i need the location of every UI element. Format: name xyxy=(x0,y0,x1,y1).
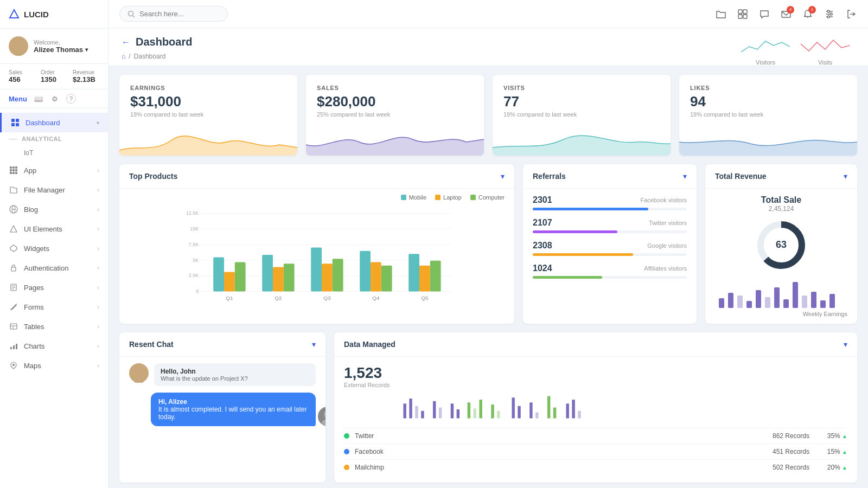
svg-rect-29 xyxy=(13,345,15,349)
svg-point-45 xyxy=(827,16,829,18)
sliders-icon[interactable] xyxy=(824,8,835,20)
dashboard-body: EARNINGS $31,000 19% compared to last we… xyxy=(108,66,868,488)
user-section: Welcome, Alizee Thomas ▾ xyxy=(0,29,108,64)
svg-rect-115 xyxy=(535,413,538,419)
total-revenue-dropdown[interactable]: ▾ xyxy=(844,172,847,181)
kpi-sales-sub: 25% compared to last week xyxy=(317,111,473,118)
svg-rect-94 xyxy=(829,294,835,308)
folder-icon[interactable] xyxy=(715,8,727,20)
kpi-visits-sub: 19% compared to last week xyxy=(503,111,660,118)
menu-tab[interactable]: Menu xyxy=(9,95,27,103)
sidebar-item-blog[interactable]: Blog ‹ xyxy=(0,200,108,219)
top-products-chart: Mobile Laptop Computer xyxy=(119,189,514,313)
svg-rect-12 xyxy=(15,169,17,171)
kpi-likes-label: LIKES xyxy=(690,85,846,91)
svg-rect-13 xyxy=(10,172,12,174)
sidebar: LUCID Welcome, Alizee Thomas ▾ Sales 456… xyxy=(0,0,108,488)
sidebar-item-ui-elements[interactable]: UI Elements ‹ xyxy=(0,219,108,239)
referral-list: 2301 Facebook visitors 2107 Twitter visi… xyxy=(523,189,697,285)
breadcrumb-home-icon[interactable]: ⌂ xyxy=(122,53,125,60)
weekly-earnings-chart xyxy=(715,277,847,309)
help-icon[interactable]: ? xyxy=(66,94,76,104)
search-box[interactable] xyxy=(119,6,228,22)
kpi-sales-value: $280,000 xyxy=(317,93,473,110)
authentication-icon xyxy=(9,263,18,273)
sidebar-item-maps[interactable]: Maps ‹ xyxy=(0,356,108,375)
svg-rect-76 xyxy=(419,266,430,292)
sidebar-menu-tabs: Menu 📖 ⚙ ? xyxy=(0,89,108,108)
sidebar-item-authentication[interactable]: Authentication ‹ xyxy=(0,258,108,278)
kpi-likes: LIKES 94 19% compared to last week xyxy=(679,75,857,156)
sidebar-item-widgets[interactable]: Widgets ‹ xyxy=(0,239,108,258)
sidebar-item-file-manager[interactable]: File Manager ‹ xyxy=(0,180,108,200)
topbar: 4 1 xyxy=(108,0,868,28)
book-icon[interactable]: 📖 xyxy=(34,94,43,104)
chat-outgoing-msg: It is almost completed. I will send you … xyxy=(158,406,308,421)
content-area: ← Dashboard ⌂ / Dashboard Vi xyxy=(108,28,868,488)
svg-rect-82 xyxy=(719,298,724,308)
svg-rect-9 xyxy=(15,166,17,169)
chat-icon[interactable] xyxy=(758,8,770,20)
maps-icon xyxy=(9,361,18,370)
sidebar-item-iot[interactable]: IoT xyxy=(0,145,108,160)
kpi-earnings-chart xyxy=(119,123,297,156)
svg-text:12.5K: 12.5K xyxy=(186,210,199,216)
weekly-earnings-label: Weekly Earnings xyxy=(715,311,847,317)
data-managed-dropdown[interactable]: ▾ xyxy=(844,340,847,349)
svg-rect-61 xyxy=(235,262,246,292)
total-sale-label: Total Sale xyxy=(715,195,847,205)
row3: Resent Chat ▾ Hello, John What is the up… xyxy=(119,332,857,483)
sidebar-item-forms[interactable]: Forms ‹ xyxy=(0,297,108,317)
svg-rect-112 xyxy=(512,397,514,418)
bell-icon[interactable]: 1 xyxy=(802,8,814,20)
user-name: Alizee Thomas ▾ xyxy=(34,46,88,54)
dashboard-icon xyxy=(10,118,20,127)
stats-row: Sales 456 Order 1350 Revenue $2.13B xyxy=(0,64,108,89)
avatar xyxy=(9,36,28,56)
file-manager-icon xyxy=(9,185,18,195)
email-icon[interactable]: 4 xyxy=(780,8,792,20)
svg-point-32 xyxy=(129,11,133,16)
recent-chat-dropdown[interactable]: ▾ xyxy=(312,340,316,349)
page-header: ← Dashboard ⌂ / Dashboard Vi xyxy=(108,28,868,66)
revenue-body: Total Sale 2,45,124 63 xyxy=(705,189,857,324)
sidebar-item-charts[interactable]: Charts ‹ xyxy=(0,336,108,356)
svg-rect-111 xyxy=(497,411,500,419)
total-revenue-title: Total Revenue xyxy=(715,172,767,181)
sidebar-item-dashboard[interactable]: Dashboard ▾ xyxy=(0,113,108,132)
data-managed-header: Data Managed ▾ xyxy=(334,332,857,357)
kpi-earnings: EARNINGS $31,000 19% compared to last we… xyxy=(119,75,297,156)
grid-icon[interactable] xyxy=(737,8,749,20)
back-button[interactable]: ← xyxy=(122,37,130,47)
logout-icon[interactable] xyxy=(845,8,857,20)
settings-icon[interactable]: ⚙ xyxy=(50,94,60,104)
sidebar-item-tables[interactable]: Tables ‹ xyxy=(0,317,108,336)
svg-rect-108 xyxy=(474,408,476,418)
svg-rect-65 xyxy=(284,264,295,291)
row2: Top Products ▾ Mobile Laptop xyxy=(119,164,857,324)
nav-section-analytical: Analytical xyxy=(0,132,108,145)
svg-text:0: 0 xyxy=(196,288,199,294)
legend-computer: Computer xyxy=(470,194,505,201)
svg-rect-103 xyxy=(433,401,436,419)
svg-rect-90 xyxy=(793,282,798,308)
search-input[interactable] xyxy=(139,10,215,18)
svg-rect-71 xyxy=(360,251,371,292)
stat-order: Order 1350 xyxy=(41,69,67,84)
svg-rect-7 xyxy=(10,166,12,169)
sidebar-item-app[interactable]: App ‹ xyxy=(0,160,108,180)
bar-chart-svg: 12.5K 10K 7.5K 5K 2.5K 0 xyxy=(129,206,505,304)
sidebar-item-pages[interactable]: Pages ‹ xyxy=(0,278,108,297)
referrals-dropdown[interactable]: ▾ xyxy=(683,172,687,181)
svg-rect-37 xyxy=(743,15,747,18)
chat-incoming-name: Hello, John xyxy=(161,368,309,375)
dm-dot-facebook xyxy=(344,449,349,454)
pages-icon xyxy=(9,282,18,292)
svg-rect-73 xyxy=(381,266,392,292)
dm-dot-mailchimp xyxy=(344,465,349,470)
svg-rect-120 xyxy=(578,411,580,419)
svg-rect-5 xyxy=(11,123,15,126)
svg-rect-20 xyxy=(11,267,16,271)
donut-chart: 63 xyxy=(715,218,847,272)
top-products-dropdown[interactable]: ▾ xyxy=(501,172,505,181)
